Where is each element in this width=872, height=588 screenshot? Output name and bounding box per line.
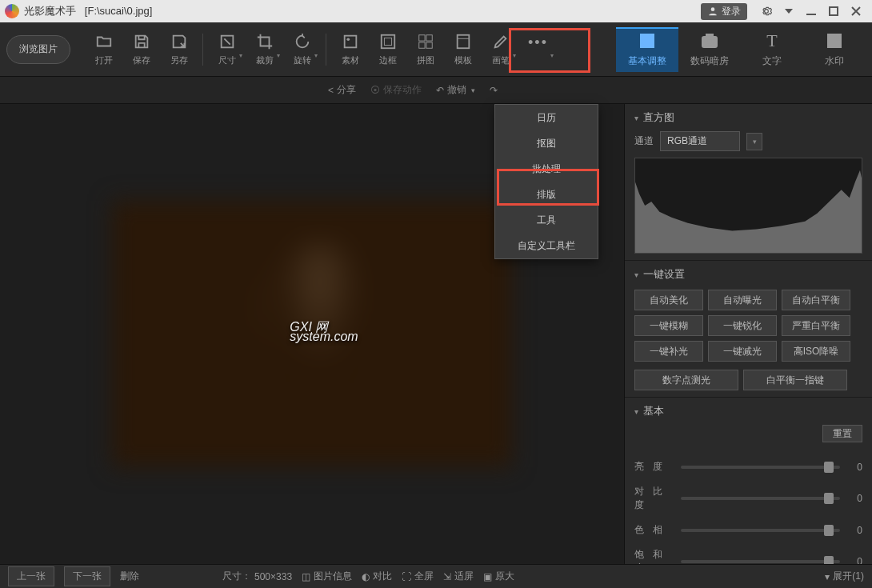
save-icon — [132, 32, 151, 51]
browse-label: 浏览图片 — [19, 42, 58, 56]
canvas-area[interactable]: GXI 网 system.com 日历 抠图 批处理 排版 工具 自定义工具栏 — [0, 104, 624, 564]
next-image-button[interactable]: 下一张 — [64, 566, 110, 586]
auto-exposure-button[interactable]: 自动曝光 — [708, 290, 777, 310]
original-button[interactable]: ▣原大 — [483, 570, 514, 583]
one-sharpen-button[interactable]: 一键锐化 — [708, 315, 777, 336]
rotate-icon — [293, 32, 312, 51]
delete-button[interactable]: 删除 — [120, 570, 139, 583]
close-icon — [851, 6, 861, 16]
dropdown-batch[interactable]: 批处理 — [495, 156, 598, 182]
slider-label: 亮 度 — [634, 460, 674, 474]
original-icon: ▣ — [483, 571, 492, 582]
slider-thumb[interactable] — [824, 556, 834, 564]
minimize-button[interactable] — [800, 3, 822, 19]
dropdown-tools[interactable]: 工具 — [495, 207, 598, 233]
basic-title[interactable]: ▾基本 — [634, 404, 862, 418]
crop-tool[interactable]: 裁剪▾ — [246, 27, 283, 72]
fit-button[interactable]: ⇲适屏 — [443, 570, 474, 583]
dropdown-calendar[interactable]: 日历 — [495, 105, 598, 130]
template-icon — [454, 32, 473, 51]
app-name: 光影魔术手 — [24, 5, 76, 17]
main-area: GXI 网 system.com 日历 抠图 批处理 排版 工具 自定义工具栏 … — [0, 104, 872, 564]
svg-rect-9 — [426, 35, 431, 41]
tab-darkroom[interactable]: 数码暗房 — [678, 27, 741, 72]
save-as-tool[interactable]: 另存 — [160, 27, 198, 72]
compare-button[interactable]: ◐对比 — [362, 570, 392, 583]
tab-text[interactable]: T文字 — [741, 27, 803, 72]
redo-button[interactable]: ↷ — [490, 85, 498, 96]
slider-value: 0 — [846, 556, 862, 564]
right-panel: ▾直方图 通道 RGB通道 ▾ ▾一键设置 自动美化 自动曝光 自动白平衡 一键… — [624, 104, 872, 564]
dropdown-customize[interactable]: 自定义工具栏 — [495, 233, 598, 258]
rotate-tool[interactable]: 旋转▾ — [283, 27, 321, 72]
svg-rect-6 — [381, 35, 394, 49]
user-icon — [707, 6, 718, 17]
auto-beautify-button[interactable]: 自动美化 — [634, 290, 703, 310]
close-button[interactable] — [845, 3, 867, 19]
browse-images-button[interactable]: 浏览图片 — [6, 35, 70, 64]
maximize-button[interactable] — [822, 3, 845, 19]
histogram-section: ▾直方图 通道 RGB通道 ▾ — [625, 104, 872, 261]
slider-track[interactable] — [681, 497, 840, 500]
tab-watermark[interactable]: 水印 — [803, 27, 866, 72]
fill-light-button[interactable]: 一键补光 — [634, 341, 703, 362]
slider-track[interactable] — [681, 560, 840, 563]
fullscreen-button[interactable]: ⛶全屏 — [402, 570, 434, 583]
quick-settings-title[interactable]: ▾一键设置 — [634, 267, 862, 282]
file-tool-group: 打开 保存 另存 — [85, 27, 198, 72]
slider-track[interactable] — [681, 466, 840, 469]
prev-image-button[interactable]: 上一张 — [8, 566, 54, 586]
save-tool[interactable]: 保存 — [122, 27, 160, 72]
quick-settings-section: ▾一键设置 自动美化 自动曝光 自动白平衡 一键模糊 一键锐化 严重白平衡 一键… — [625, 261, 872, 398]
reset-button[interactable]: 重置 — [822, 425, 862, 442]
size-display: 尺寸：500×333 — [222, 570, 292, 583]
slider-row: 亮 度 0 — [634, 460, 862, 474]
share-button[interactable]: <分享 — [328, 83, 356, 97]
slider-track[interactable] — [681, 529, 840, 532]
expand-button[interactable]: ▾展开(1) — [825, 570, 864, 583]
redo-icon: ↷ — [490, 85, 498, 96]
camera-icon — [699, 30, 720, 51]
brush-tool[interactable]: 画笔▾ — [482, 27, 519, 72]
svg-rect-4 — [344, 36, 356, 48]
spot-meter-button[interactable]: 数字点测光 — [634, 370, 738, 390]
undo-button[interactable]: ↶撤销▾ — [436, 83, 475, 97]
open-icon — [94, 32, 114, 51]
dropdown-cutout[interactable]: 抠图 — [495, 130, 598, 156]
tab-basic-adjust[interactable]: 基本调整 — [616, 27, 678, 72]
wb-onekey-button[interactable]: 白平衡一指键 — [743, 370, 847, 390]
severe-wb-button[interactable]: 严重白平衡 — [782, 315, 850, 336]
crop-icon — [255, 32, 274, 51]
histogram-title[interactable]: ▾直方图 — [634, 110, 862, 125]
template-tool[interactable]: 模板 — [444, 27, 482, 72]
size-tool[interactable]: 尺寸▾ — [208, 27, 246, 72]
border-tool[interactable]: 边框 — [369, 27, 406, 72]
adjust-icon — [637, 30, 658, 51]
more-icon: ••• — [529, 34, 548, 53]
auto-wb-button[interactable]: 自动白平衡 — [782, 290, 850, 310]
chevron-down-icon: ▾ — [550, 52, 554, 59]
channel-label: 通道 — [634, 134, 654, 148]
dropdown-layout[interactable]: 排版 — [495, 182, 598, 207]
file-path: [F:\sucai\0.jpg] — [85, 5, 153, 17]
collage-tool[interactable]: 拼图 — [406, 27, 444, 72]
slider-label: 饱 和 度 — [634, 548, 674, 564]
one-blur-button[interactable]: 一键模糊 — [634, 315, 703, 336]
material-tool[interactable]: 素材 — [331, 27, 369, 72]
open-tool[interactable]: 打开 — [85, 27, 122, 72]
image-info-button[interactable]: ◫图片信息 — [302, 570, 352, 583]
settings-button[interactable] — [755, 3, 778, 19]
channel-dropdown-button[interactable]: ▾ — [746, 133, 762, 150]
more-tools[interactable]: •••…▾ — [519, 27, 557, 72]
high-iso-button[interactable]: 高ISO降噪 — [782, 341, 850, 362]
slider-thumb[interactable] — [824, 525, 834, 536]
slider-thumb[interactable] — [824, 493, 834, 504]
chevron-down-icon: ▾ — [314, 52, 318, 59]
save-action-button[interactable]: ⦿保存动作 — [370, 83, 422, 97]
slider-thumb[interactable] — [824, 462, 834, 473]
chevron-down-icon: ▾ — [471, 86, 475, 94]
channel-select[interactable]: RGB通道 — [660, 131, 740, 151]
login-button[interactable]: 登录 — [701, 3, 747, 20]
menu-button[interactable] — [778, 3, 800, 19]
reduce-light-button[interactable]: 一键减光 — [708, 341, 777, 362]
